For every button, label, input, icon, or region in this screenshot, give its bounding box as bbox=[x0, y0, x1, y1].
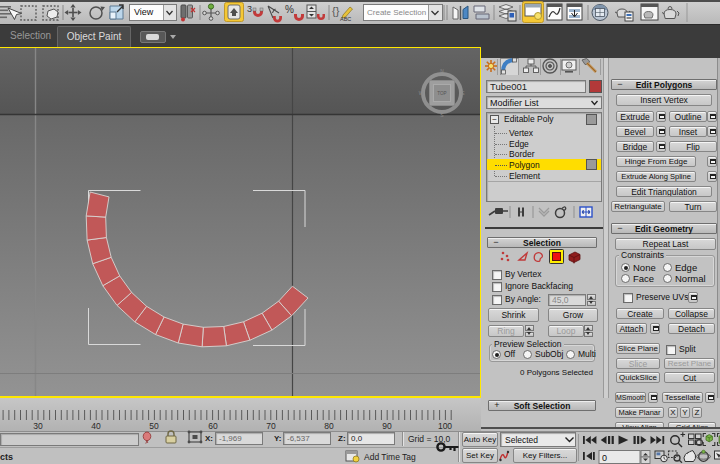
svg-text:%: % bbox=[285, 4, 294, 15]
svg-text:N: N bbox=[440, 68, 444, 74]
svg-text:3: 3 bbox=[247, 4, 252, 14]
svg-text:TOP: TOP bbox=[437, 91, 446, 96]
svg-text:0: 0 bbox=[602, 453, 607, 463]
svg-text:W: W bbox=[419, 90, 424, 96]
svg-text:ABC: ABC bbox=[340, 16, 351, 22]
svg-text:{}: {} bbox=[332, 5, 340, 17]
